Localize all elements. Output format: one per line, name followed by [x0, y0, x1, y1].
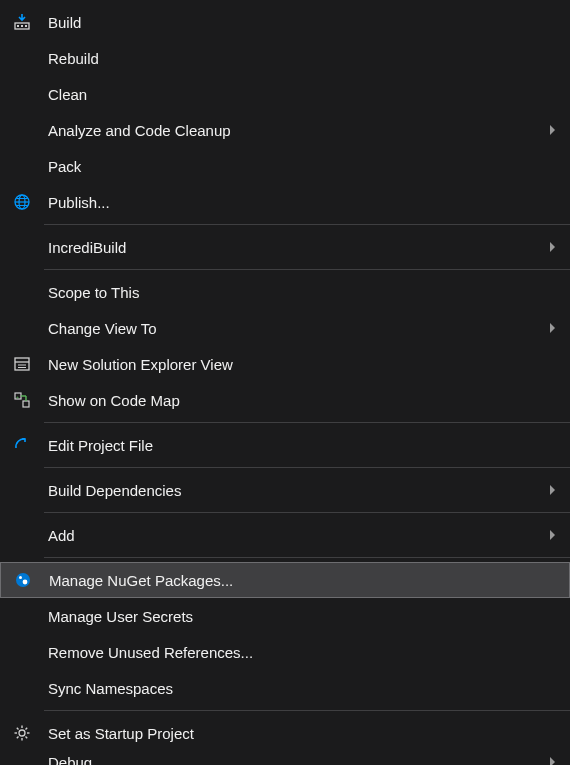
gear-icon [0, 724, 44, 742]
context-menu: Build Rebuild Clean Analyze and Code Cle… [0, 0, 570, 765]
svg-line-28 [17, 737, 19, 739]
menu-item-analyze-code-cleanup[interactable]: Analyze and Code Cleanup [0, 112, 570, 148]
chevron-right-icon [550, 530, 555, 540]
menu-item-scope-to-this[interactable]: Scope to This [0, 274, 570, 310]
menu-item-label: Edit Project File [44, 437, 542, 454]
menu-item-pack[interactable]: Pack [0, 148, 570, 184]
menu-item-build-dependencies[interactable]: Build Dependencies [0, 472, 570, 508]
nuget-icon [1, 571, 45, 589]
menu-item-label: Remove Unused References... [44, 644, 542, 661]
menu-item-label: Build Dependencies [44, 482, 542, 499]
chevron-right-icon [550, 757, 555, 765]
menu-item-label: Build [44, 14, 542, 31]
menu-item-manage-nuget-packages[interactable]: Manage NuGet Packages... [0, 562, 570, 598]
menu-separator [44, 224, 570, 225]
menu-item-publish[interactable]: Publish... [0, 184, 570, 220]
menu-item-change-view-to[interactable]: Change View To [0, 310, 570, 346]
menu-item-label: Add [44, 527, 542, 544]
menu-item-label: Rebuild [44, 50, 542, 67]
menu-separator [44, 467, 570, 468]
svg-rect-3 [25, 25, 27, 27]
menu-item-edit-project-file[interactable]: Edit Project File [0, 427, 570, 463]
menu-item-add[interactable]: Add [0, 517, 570, 553]
menu-item-label: Manage User Secrets [44, 608, 542, 625]
svg-rect-2 [21, 25, 23, 27]
menu-separator [44, 269, 570, 270]
svg-line-29 [26, 728, 28, 730]
svg-point-19 [19, 576, 22, 579]
menu-item-set-as-startup-project[interactable]: Set as Startup Project [0, 715, 570, 751]
menu-item-debug[interactable]: Debug [0, 751, 570, 765]
chevron-right-icon [550, 125, 555, 135]
svg-point-18 [16, 573, 30, 587]
menu-separator [44, 512, 570, 513]
menu-item-rebuild[interactable]: Rebuild [0, 40, 570, 76]
build-icon [0, 13, 44, 31]
menu-separator [44, 422, 570, 423]
edit-icon [0, 436, 44, 454]
menu-item-incredibuild[interactable]: IncrediBuild [0, 229, 570, 265]
menu-item-manage-user-secrets[interactable]: Manage User Secrets [0, 598, 570, 634]
menu-item-label: Show on Code Map [44, 392, 542, 409]
menu-item-show-on-code-map[interactable]: + Show on Code Map [0, 382, 570, 418]
menu-item-label: Pack [44, 158, 542, 175]
svg-point-20 [23, 580, 28, 585]
menu-item-new-solution-explorer-view[interactable]: New Solution Explorer View [0, 346, 570, 382]
chevron-right-icon [550, 323, 555, 333]
svg-rect-1 [17, 25, 19, 27]
menu-item-label: Scope to This [44, 284, 542, 301]
menu-item-label: Debug [44, 754, 542, 766]
svg-rect-9 [15, 358, 29, 370]
svg-line-27 [26, 737, 28, 739]
window-icon [0, 355, 44, 373]
svg-rect-14 [23, 401, 29, 407]
menu-item-label: Manage NuGet Packages... [45, 572, 541, 589]
menu-item-sync-namespaces[interactable]: Sync Namespaces [0, 670, 570, 706]
globe-icon [0, 193, 44, 211]
menu-item-label: Clean [44, 86, 542, 103]
menu-separator [44, 557, 570, 558]
menu-item-label: Analyze and Code Cleanup [44, 122, 542, 139]
svg-text:+: + [16, 394, 19, 400]
menu-separator [44, 710, 570, 711]
menu-item-label: Set as Startup Project [44, 725, 542, 742]
svg-line-26 [17, 728, 19, 730]
menu-item-label: New Solution Explorer View [44, 356, 542, 373]
menu-item-label: IncrediBuild [44, 239, 542, 256]
menu-item-label: Publish... [44, 194, 542, 211]
menu-item-build[interactable]: Build [0, 4, 570, 40]
menu-item-clean[interactable]: Clean [0, 76, 570, 112]
menu-item-remove-unused-references[interactable]: Remove Unused References... [0, 634, 570, 670]
chevron-right-icon [550, 485, 555, 495]
codemap-icon: + [0, 391, 44, 409]
menu-item-label: Change View To [44, 320, 542, 337]
menu-item-label: Sync Namespaces [44, 680, 542, 697]
svg-point-21 [19, 730, 25, 736]
chevron-right-icon [550, 242, 555, 252]
